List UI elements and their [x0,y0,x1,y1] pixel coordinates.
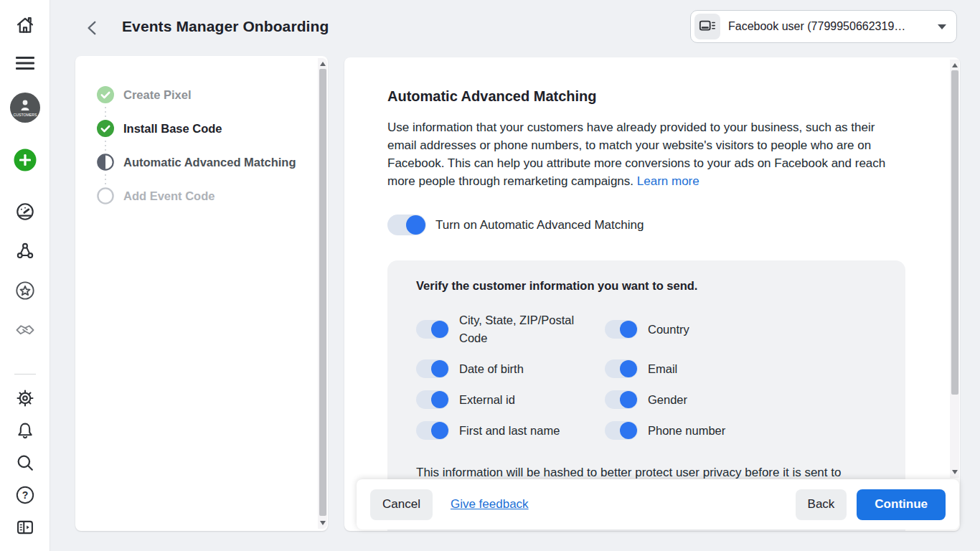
settings-gear-icon [15,388,35,408]
customers-avatar: CUSTOMERS [9,92,41,123]
handshake-icon [14,320,36,340]
stepper-scrollbar[interactable] [318,58,327,529]
customer-info-toggle-grid: City, State, ZIP/Postal Code Country Dat… [416,311,877,440]
overview-button[interactable] [0,202,50,222]
master-toggle-label: Turn on Automatic Advanced Matching [435,218,644,232]
toggle-knob [431,391,448,408]
collapse-panel-icon [15,517,35,537]
city-state-zip-toggle[interactable] [416,320,449,339]
svg-text:?: ? [22,489,29,501]
step-connector [105,103,328,120]
toggle-knob [620,422,637,439]
toggle-label: Country [648,323,689,336]
step-complete-icon [97,86,114,103]
connections-icon [15,241,35,261]
back-navigation-button[interactable] [82,17,103,39]
connections-button[interactable] [0,241,50,261]
events-manager-onboarding-screen: CUSTOMERS [0,0,980,551]
help-icon: ? [15,485,35,505]
chevron-left-icon [83,19,102,37]
toggle-item-country: Country [605,320,877,339]
svg-text:CUSTOMERS: CUSTOMERS [13,113,37,117]
learn-more-link[interactable]: Learn more [637,174,699,188]
collapse-panel-button[interactable] [0,517,50,537]
onboarding-steps: Create Pixel Install Base Code [75,56,328,204]
step-not-started-icon [97,187,114,204]
scroll-up-arrow[interactable] [320,62,326,66]
toggle-item-external-id: External id [416,390,605,409]
pixel-account-icon [694,14,720,39]
toggle-item-city-state-zip: City, State, ZIP/Postal Code [416,311,605,347]
toggle-label: City, State, ZIP/Postal Code [459,311,587,347]
toggle-label: Date of birth [459,362,524,376]
automatic-advanced-matching-panel: Automatic Advanced Matching Use informat… [344,57,960,531]
chevron-down-icon [938,24,946,29]
create-plus-icon [14,149,37,171]
notifications-button[interactable] [0,420,50,441]
step-label: Add Event Code [123,189,215,203]
panel-description: Use information that your customers have… [387,118,901,190]
date-of-birth-toggle[interactable] [416,359,449,378]
step-add-event-code[interactable]: Add Event Code [97,187,328,204]
toggle-knob [620,360,637,377]
notifications-bell-icon [15,420,35,441]
continue-button[interactable]: Continue [857,489,946,520]
onboarding-steps-panel: Create Pixel Install Base Code [75,56,328,531]
search-icon [15,453,35,473]
toggle-item-date-of-birth: Date of birth [416,359,605,378]
toggle-label: Gender [648,393,687,407]
toggle-item-phone-number: Phone number [605,421,877,440]
home-button[interactable] [0,14,50,36]
scroll-down-arrow[interactable] [952,470,958,474]
toggle-item-first-last-name: First and last name [416,421,605,440]
step-in-progress-icon [97,154,114,171]
phone-number-toggle[interactable] [605,421,638,440]
step-install-base-code[interactable]: Install Base Code [97,120,328,137]
toggle-knob [620,321,637,338]
step-label: Create Pixel [123,88,191,102]
scroll-up-arrow[interactable] [952,63,958,67]
external-id-toggle[interactable] [416,390,449,409]
gauge-icon [15,202,35,222]
scrollbar-thumb[interactable] [319,69,326,516]
step-connector [105,137,328,154]
automatic-advanced-matching-toggle[interactable] [387,215,426,235]
toggle-knob [620,391,637,408]
toggle-item-gender: Gender [605,390,877,409]
scrollbar-thumb[interactable] [951,70,958,395]
gender-toggle[interactable] [605,390,638,409]
main-menu-button[interactable] [0,53,50,73]
step-create-pixel[interactable]: Create Pixel [97,86,328,103]
customers-account-button[interactable]: CUSTOMERS [0,92,50,123]
scroll-down-arrow[interactable] [320,521,326,525]
give-feedback-link[interactable]: Give feedback [451,497,529,512]
toggle-label: First and last name [459,424,560,438]
step-connector [105,171,328,187]
toggle-knob [431,321,448,338]
partnerships-button[interactable] [0,320,50,340]
cancel-button[interactable]: Cancel [370,489,433,520]
star-icon [15,281,35,301]
master-toggle-row: Turn on Automatic Advanced Matching [387,215,644,235]
toggle-label: External id [459,393,515,407]
help-button[interactable]: ? [0,485,50,505]
page-title: Events Manager Onboarding [122,18,329,35]
toggle-knob [431,422,448,439]
create-button[interactable] [0,149,50,171]
menu-icon [15,55,35,72]
email-toggle[interactable] [605,359,638,378]
account-selector-dropdown[interactable]: Facebook user (7799950662319… [690,10,957,43]
settings-button[interactable] [0,388,50,408]
step-automatic-advanced-matching[interactable]: Automatic Advanced Matching [97,154,328,171]
favorites-button[interactable] [0,281,50,301]
step-label: Automatic Advanced Matching [123,156,296,169]
search-button[interactable] [0,453,50,473]
first-last-name-toggle[interactable] [416,421,449,440]
back-button[interactable]: Back [796,489,847,520]
toggle-item-email: Email [605,359,877,378]
panel-heading: Automatic Advanced Matching [387,88,597,105]
toggle-knob [406,215,425,235]
main-scrollbar[interactable] [950,60,959,478]
country-toggle[interactable] [605,320,638,339]
account-selector-label: Facebook user (7799950662319… [728,20,905,33]
